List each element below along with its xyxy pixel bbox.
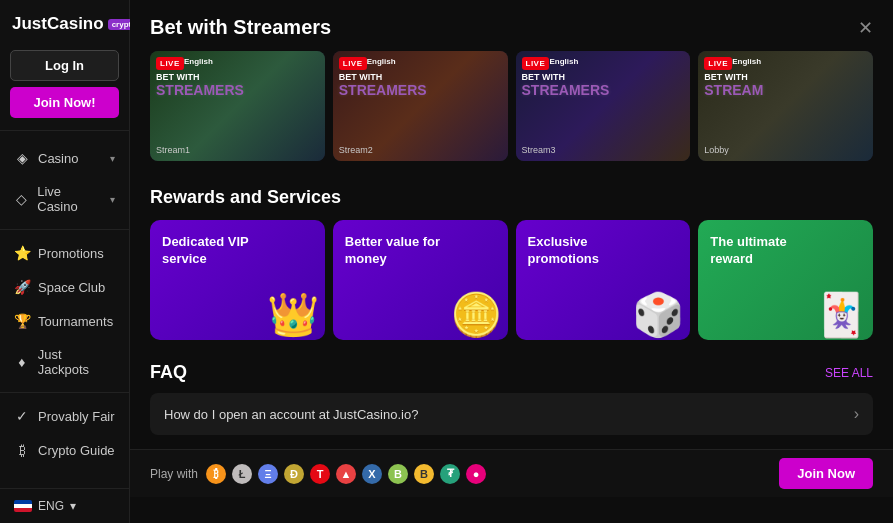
ltc-icon: Ł — [232, 464, 252, 484]
dot-icon: ● — [466, 464, 486, 484]
faq-see-all-link[interactable]: SEE ALL — [825, 366, 873, 380]
promotions-icon: ⭐ — [14, 245, 30, 261]
streamer-text: BET with STREAM — [704, 73, 763, 98]
bottom-bar: Play with ₿ Ł Ξ Ð T ▲ X B B ₮ ● Join Now — [130, 449, 893, 497]
casino-icon: ◈ — [14, 150, 30, 166]
sidebar-item-label: Space Club — [38, 280, 105, 295]
language-label: ENG — [38, 499, 64, 513]
sidebar-item-label: Provably Fair — [38, 409, 115, 424]
sidebar-item-label: Promotions — [38, 246, 104, 261]
streamer-text: BET with STREAMERS — [339, 73, 427, 98]
streamer-card-stream2[interactable]: LIVE English BET with STREAMERS Stream2 — [333, 51, 508, 161]
avax-icon: ▲ — [336, 464, 356, 484]
streamer-text: BET with STREAMERS — [156, 73, 244, 98]
streamer-bg: LIVE English BET with STREAMERS Stream2 — [333, 51, 508, 161]
crypto-icons-list: ₿ Ł Ξ Ð T ▲ X B B ₮ ● — [206, 464, 486, 484]
reward-card-ultimate[interactable]: The ultimate reward 🃏 — [698, 220, 873, 340]
rewards-row: Dedicated VIP service 👑 Better value for… — [130, 220, 893, 356]
streamers-label: STREAMERS — [339, 83, 427, 98]
space-club-icon: 🚀 — [14, 279, 30, 295]
streamer-bg: LIVE English BET with STREAMERS Stream1 — [150, 51, 325, 161]
streamer-bg: LIVE English BET with STREAM Lobby — [698, 51, 873, 161]
flag-icon — [14, 500, 32, 512]
streamer-bg: LIVE English BET with STREAMERS Stream3 — [516, 51, 691, 161]
sidebar-divider — [0, 130, 129, 131]
sidebar-item-live-casino[interactable]: ◇ Live Casino ▾ — [0, 175, 129, 223]
reward-card-vip[interactable]: Dedicated VIP service 👑 — [150, 220, 325, 340]
logo-area: JustCasino crypto — [0, 0, 129, 44]
streamer-card-lobby[interactable]: LIVE English BET with STREAM Lobby — [698, 51, 873, 161]
join-button[interactable]: Join Now! — [10, 87, 119, 118]
lang-badge: English — [367, 57, 396, 66]
sidebar-item-promotions[interactable]: ⭐ Promotions — [0, 236, 129, 270]
crypto-guide-icon: ₿ — [14, 442, 30, 458]
faq-question: How do I open an account at JustCasino.i… — [164, 407, 418, 422]
live-casino-icon: ◇ — [14, 191, 29, 207]
sidebar: JustCasino crypto Log In Join Now! ◈ Cas… — [0, 0, 130, 523]
main-content: Bet with Streamers ✕ LIVE English BET wi… — [130, 0, 893, 523]
faq-item[interactable]: How do I open an account at JustCasino.i… — [150, 393, 873, 435]
reward-label: The ultimate reward — [710, 234, 816, 268]
stream-label: Stream2 — [339, 145, 373, 155]
streamers-label: STREAMERS — [156, 83, 244, 98]
language-selector[interactable]: ENG ▾ — [0, 488, 129, 523]
jackpots-icon: ♦ — [14, 354, 30, 370]
close-button[interactable]: ✕ — [858, 17, 873, 39]
reward-card-value[interactable]: Better value for money 🪙 — [333, 220, 508, 340]
live-badge: LIVE — [339, 57, 367, 70]
sidebar-item-label: Crypto Guide — [38, 443, 115, 458]
play-with-row: Play with ₿ Ł Ξ Ð T ▲ X B B ₮ ● — [150, 464, 769, 484]
bch-icon: B — [388, 464, 408, 484]
stream-label: Stream1 — [156, 145, 190, 155]
play-with-label: Play with — [150, 467, 198, 481]
reward-label: Better value for money — [345, 234, 451, 268]
eth-icon: Ξ — [258, 464, 278, 484]
chevron-down-icon: ▾ — [110, 194, 115, 205]
tournaments-icon: 🏆 — [14, 313, 30, 329]
coins-icon: 🪙 — [450, 294, 502, 336]
live-badge: LIVE — [704, 57, 732, 70]
streamers-row: LIVE English BET with STREAMERS Stream1 … — [130, 51, 893, 177]
btc-icon: ₿ — [206, 464, 226, 484]
sidebar-item-crypto-guide[interactable]: ₿ Crypto Guide — [0, 433, 129, 467]
card-icon: 🃏 — [815, 294, 867, 336]
stream-label: Lobby — [704, 145, 729, 155]
xrp-icon: X — [362, 464, 382, 484]
page-title: Bet with Streamers — [150, 16, 331, 39]
usdt-icon: ₮ — [440, 464, 460, 484]
logo-text: JustCasino — [12, 14, 104, 34]
sidebar-item-space-club[interactable]: 🚀 Space Club — [0, 270, 129, 304]
lang-badge: English — [732, 57, 761, 66]
faq-header: FAQ SEE ALL — [150, 362, 873, 383]
sidebar-item-label: Tournaments — [38, 314, 113, 329]
sidebar-item-casino[interactable]: ◈ Casino ▾ — [0, 141, 129, 175]
sidebar-item-label: Casino — [38, 151, 78, 166]
rewards-section-title: Rewards and Services — [130, 177, 893, 220]
streamer-card-stream3[interactable]: LIVE English BET with STREAMERS Stream3 — [516, 51, 691, 161]
streamers-label: STREAM — [704, 83, 763, 98]
lang-badge: English — [550, 57, 579, 66]
trx-icon: T — [310, 464, 330, 484]
reward-label: Dedicated VIP service — [162, 234, 268, 268]
chevron-down-icon: ▾ — [110, 153, 115, 164]
sidebar-item-just-jackpots[interactable]: ♦ Just Jackpots — [0, 338, 129, 386]
bnb-icon: B — [414, 464, 434, 484]
dice-icon: 🎲 — [632, 294, 684, 336]
chevron-right-icon: › — [854, 405, 859, 423]
reward-card-promo[interactable]: Exclusive promotions 🎲 — [516, 220, 691, 340]
join-now-button[interactable]: Join Now — [779, 458, 873, 489]
sidebar-item-label: Live Casino — [37, 184, 102, 214]
sidebar-divider-2 — [0, 229, 129, 230]
sidebar-item-tournaments[interactable]: 🏆 Tournaments — [0, 304, 129, 338]
stream-label: Stream3 — [522, 145, 556, 155]
live-badge: LIVE — [156, 57, 184, 70]
sidebar-divider-3 — [0, 392, 129, 393]
provably-fair-icon: ✓ — [14, 408, 30, 424]
login-button[interactable]: Log In — [10, 50, 119, 81]
sidebar-item-provably-fair[interactable]: ✓ Provably Fair — [0, 399, 129, 433]
streamer-card-stream1[interactable]: LIVE English BET with STREAMERS Stream1 — [150, 51, 325, 161]
sidebar-item-label: Just Jackpots — [38, 347, 115, 377]
reward-label: Exclusive promotions — [528, 234, 634, 268]
crown-icon: 👑 — [267, 294, 319, 336]
chevron-down-icon: ▾ — [70, 499, 76, 513]
